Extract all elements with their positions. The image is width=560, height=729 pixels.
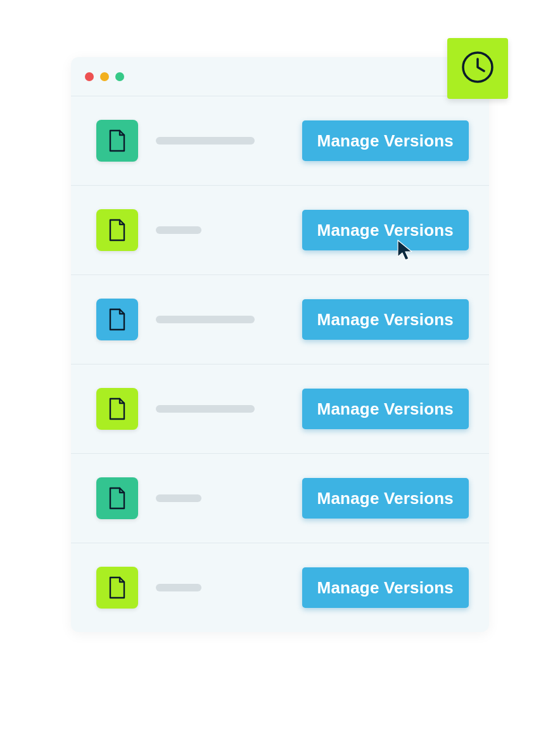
app-window: Manage Versions Manage Versions Manage V… <box>71 57 489 632</box>
filename-placeholder <box>156 137 255 145</box>
file-icon <box>96 209 138 251</box>
file-icon <box>96 388 138 430</box>
file-row: Manage Versions <box>71 275 489 364</box>
manage-versions-button[interactable]: Manage Versions <box>302 389 469 429</box>
window-close-icon[interactable] <box>85 72 94 81</box>
file-row: Manage Versions <box>71 543 489 632</box>
file-icon <box>96 567 138 609</box>
clock-badge <box>447 38 508 99</box>
filename-placeholder <box>156 405 255 413</box>
filename-placeholder <box>156 226 201 234</box>
window-minimize-icon[interactable] <box>100 72 109 81</box>
filename-placeholder <box>156 584 201 591</box>
file-list: Manage Versions Manage Versions Manage V… <box>71 96 489 632</box>
window-titlebar <box>71 57 489 96</box>
manage-versions-button[interactable]: Manage Versions <box>302 567 469 608</box>
file-row: Manage Versions <box>71 364 489 454</box>
clock-icon <box>461 50 495 87</box>
manage-versions-button[interactable]: Manage Versions <box>302 299 469 340</box>
window-zoom-icon[interactable] <box>115 72 124 81</box>
file-row: Manage Versions <box>71 96 489 186</box>
manage-versions-button[interactable]: Manage Versions <box>302 210 469 250</box>
file-row: Manage Versions <box>71 186 489 275</box>
file-icon <box>96 477 138 519</box>
manage-versions-button[interactable]: Manage Versions <box>302 478 469 519</box>
file-row: Manage Versions <box>71 454 489 543</box>
file-icon <box>96 299 138 340</box>
filename-placeholder <box>156 316 255 323</box>
manage-versions-button[interactable]: Manage Versions <box>302 120 469 161</box>
filename-placeholder <box>156 494 201 502</box>
file-icon <box>96 120 138 162</box>
